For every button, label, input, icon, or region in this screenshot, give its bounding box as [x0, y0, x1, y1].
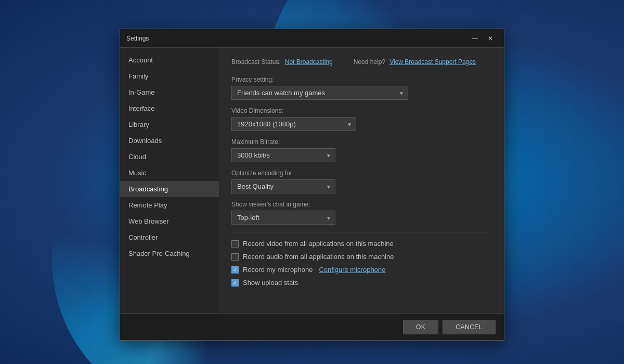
privacy-select-container: Friends can watch my games ▼ — [231, 86, 408, 100]
privacy-group: Privacy setting: Friends can watch my ga… — [231, 76, 491, 100]
optimize-label: Optimize encoding for: — [231, 170, 491, 177]
divider — [231, 232, 491, 232]
video-dim-label: Video Dimensions: — [231, 107, 491, 114]
sidebar-item-broadcasting[interactable]: Broadcasting — [120, 181, 219, 197]
broadcast-status-label: Broadcast Status: — [231, 58, 281, 66]
chat-select[interactable]: Top-left — [231, 211, 335, 225]
video-dim-select-container: 1920x1080 (1080p) ▼ — [231, 117, 356, 131]
chat-group: Show viewer's chat in game: Top-left ▼ — [231, 201, 491, 225]
sidebar-item-account[interactable]: Account — [120, 52, 219, 68]
minimize-button[interactable]: — — [467, 32, 482, 45]
chat-select-container: Top-left ▼ — [231, 211, 335, 225]
need-help-label: Need help? — [354, 58, 385, 66]
privacy-select[interactable]: Friends can watch my games — [231, 86, 408, 100]
sidebar-item-web-browser[interactable]: Web Browser — [120, 213, 219, 229]
help-item: Need help? View Broadcast Support Pages — [354, 58, 476, 66]
checkbox-record-video-label: Record video from all applications on th… — [243, 240, 394, 248]
bitrate-group: Maximum Bitrate: 3000 kbit/s ▼ — [231, 138, 491, 162]
checkbox-row-upload-stats: Show upload stats — [231, 279, 491, 287]
sidebar-item-remote-play[interactable]: Remote Play — [120, 197, 219, 213]
status-item: Broadcast Status: Not Broadcasting — [231, 58, 333, 66]
sidebar-item-cloud[interactable]: Cloud — [120, 149, 219, 165]
sidebar: Account Family In-Game Interface Library… — [120, 48, 219, 313]
checkbox-upload-stats-label: Show upload stats — [243, 279, 298, 287]
checkbox-record-video[interactable] — [231, 240, 239, 248]
checkbox-row-record-audio: Record audio from all applications on th… — [231, 253, 491, 261]
title-bar: Settings — ✕ — [120, 29, 504, 48]
ok-button[interactable]: OK — [403, 320, 438, 334]
checkbox-upload-stats[interactable] — [231, 279, 239, 287]
window-controls: — ✕ — [467, 32, 498, 45]
main-content: Broadcast Status: Not Broadcasting Need … — [219, 48, 504, 313]
chat-label: Show viewer's chat in game: — [231, 201, 491, 208]
checkbox-record-mic-label: Record my microphone — [243, 266, 313, 274]
bitrate-select[interactable]: 3000 kbit/s — [231, 148, 335, 162]
optimize-select[interactable]: Best Quality — [231, 179, 335, 193]
checkbox-record-audio-label: Record audio from all applications on th… — [243, 253, 394, 261]
checkbox-row-record-video: Record video from all applications on th… — [231, 240, 491, 248]
sidebar-item-library[interactable]: Library — [120, 116, 219, 133]
video-dim-select[interactable]: 1920x1080 (1080p) — [231, 117, 356, 131]
cancel-button[interactable]: CANCEL — [443, 320, 496, 334]
optimize-group: Optimize encoding for: Best Quality ▼ — [231, 170, 491, 193]
bottom-bar: OK CANCEL — [120, 313, 504, 340]
broadcast-status-value[interactable]: Not Broadcasting — [285, 58, 333, 66]
sidebar-item-interface[interactable]: Interface — [120, 100, 219, 116]
settings-window: Settings — ✕ Account Family In-Game Inte… — [120, 29, 504, 341]
privacy-label: Privacy setting: — [231, 76, 491, 83]
support-pages-link[interactable]: View Broadcast Support Pages — [389, 58, 476, 66]
checkbox-record-mic[interactable] — [231, 266, 239, 274]
bitrate-select-container: 3000 kbit/s ▼ — [231, 148, 335, 162]
sidebar-item-music[interactable]: Music — [120, 165, 219, 181]
broadcast-status-row: Broadcast Status: Not Broadcasting Need … — [231, 58, 491, 66]
sidebar-item-downloads[interactable]: Downloads — [120, 133, 219, 149]
content-area: Account Family In-Game Interface Library… — [120, 48, 504, 313]
video-dim-group: Video Dimensions: 1920x1080 (1080p) ▼ — [231, 107, 491, 131]
sidebar-item-in-game[interactable]: In-Game — [120, 84, 219, 100]
sidebar-item-family[interactable]: Family — [120, 68, 219, 84]
optimize-select-container: Best Quality ▼ — [231, 179, 335, 193]
checkbox-record-audio[interactable] — [231, 253, 239, 261]
bitrate-label: Maximum Bitrate: — [231, 138, 491, 146]
sidebar-item-shader-pre-caching[interactable]: Shader Pre-Caching — [120, 245, 219, 262]
window-title: Settings — [126, 35, 467, 42]
sidebar-item-controller[interactable]: Controller — [120, 229, 219, 245]
checkbox-row-record-mic: Record my microphone Configure microphon… — [231, 266, 491, 274]
close-button[interactable]: ✕ — [483, 32, 498, 45]
configure-microphone-link[interactable]: Configure microphone — [319, 266, 385, 274]
